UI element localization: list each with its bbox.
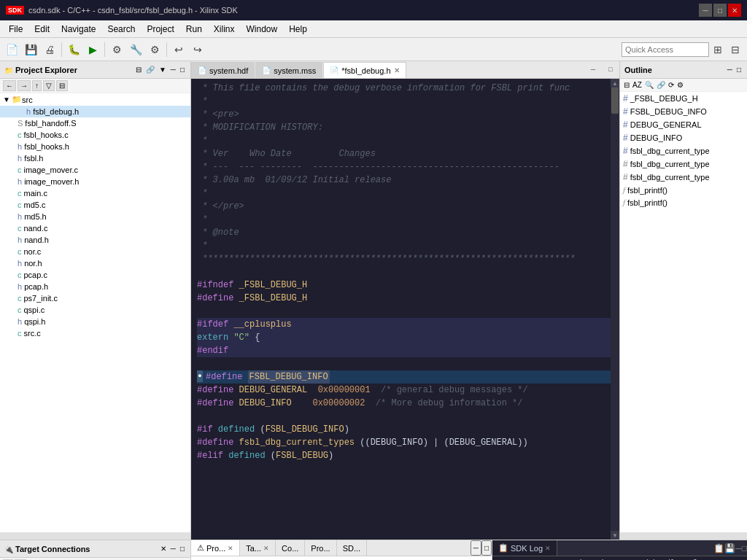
tree-item-nand-h[interactable]: h nand.h [0, 234, 190, 246]
tree-item-qspi-h[interactable]: h qspi.h [0, 316, 190, 327]
target-button[interactable]: ⚙ [108, 41, 125, 58]
save-button[interactable]: 💾 [22, 41, 39, 58]
tree-item-image-mover-h[interactable]: h image_mover.h [0, 176, 190, 187]
outline-minimize-icon[interactable]: ─ [726, 65, 734, 74]
bottom-tab-tasks[interactable]: Ta... ✕ [240, 540, 276, 556]
open-perspective-button[interactable]: ⊞ [709, 41, 727, 58]
outline-scroll-h[interactable] [620, 532, 747, 540]
outline-sort-btn[interactable]: AZ [632, 80, 643, 90]
up-btn[interactable]: ↑ [32, 80, 42, 91]
sdk-log-maximize-btn[interactable]: □ [742, 540, 747, 556]
menu-navigate[interactable]: Navigate [55, 23, 101, 36]
sdk-log-save-btn[interactable]: 💾 [724, 540, 735, 556]
menu-help[interactable]: Help [283, 23, 313, 36]
target-minimize-icon[interactable]: ─ [169, 544, 177, 553]
collapse-all-icon[interactable]: ⊟ [134, 65, 143, 74]
maximize-button[interactable]: □ [713, 4, 727, 17]
vertical-scrollbar-thumb[interactable] [611, 85, 619, 114]
tree-item-nor-h[interactable]: h nor.h [0, 257, 190, 269]
tree-item-ps7-init[interactable]: c ps7_init.c [0, 292, 190, 304]
outline-item-fsbl-printf-1[interactable]: 𝑓 fsbl_printf() [620, 184, 747, 196]
tree-item-main-c[interactable]: c main.c [0, 187, 190, 199]
outline-item-fsbl-debug-h[interactable]: # _FSBL_DEBUG_H [620, 92, 747, 105]
scroll-up-btn[interactable]: ▲ [611, 79, 619, 88]
tree-item-nand-c[interactable]: c nand.c [0, 222, 190, 234]
debug-button[interactable]: 🐛 [65, 41, 82, 58]
view-menu-icon[interactable]: ▼ [158, 65, 168, 74]
tree-toggle-src[interactable]: ▼ [3, 96, 12, 104]
target-maximize-icon[interactable]: □ [179, 544, 186, 553]
tree-item-fsbl-hooks-h[interactable]: h fsbl_hooks.h [0, 141, 190, 152]
bottom-tab-properties[interactable]: Pro... [305, 540, 336, 556]
collapse-btn[interactable]: ⊟ [56, 80, 68, 91]
outline-item-dbg-current-1[interactable]: # fsbl_dbg_current_type [620, 144, 747, 158]
perspective-button[interactable]: ⊟ [727, 41, 744, 58]
tree-item-fsbl-hooks-c[interactable]: c fsbl_hooks.c [0, 129, 190, 141]
target-close-icon[interactable]: ✕ [159, 544, 168, 553]
bottom-tab-problems[interactable]: ⚠ Pro... ✕ [191, 540, 240, 556]
sdk-log-minimize-btn[interactable]: ─ [735, 540, 742, 556]
outline-filter-btn[interactable]: 🔍 [644, 80, 654, 90]
tab-system-hdf[interactable]: 📄 system.hdf [191, 62, 255, 78]
menu-run[interactable]: Run [180, 23, 208, 36]
outline-item-dbg-current-3[interactable]: # fsbl_dbg_current_type [620, 171, 747, 184]
new-button[interactable]: 📄 [3, 41, 20, 58]
minimize-button[interactable]: ─ [699, 4, 712, 17]
tree-item-nor-c[interactable]: c nor.c [0, 246, 190, 257]
tree-item-pcap-h[interactable]: h pcap.h [0, 281, 190, 292]
outline-item-debug-info[interactable]: # DEBUG_INFO [620, 131, 747, 144]
minimize-editor-btn[interactable]: ─ [584, 61, 602, 78]
outline-item-dbg-current-2[interactable]: # fsbl_dbg_current_type [620, 158, 747, 171]
scroll-down-btn[interactable]: ▼ [611, 531, 619, 540]
tab-close-icon[interactable]: ✕ [394, 66, 400, 74]
outline-maximize-icon[interactable]: □ [735, 65, 743, 74]
sdk-log-tab[interactable]: 📋 SDK Log ✕ [492, 540, 557, 556]
tab-system-mss[interactable]: 📄 system.mss [255, 62, 322, 78]
menu-xilinx[interactable]: Xilinx [208, 23, 241, 36]
link-editor-icon[interactable]: 🔗 [144, 65, 156, 74]
outline-item-fsbl-debug-info[interactable]: # FSBL_DEBUG_INFO [620, 105, 747, 118]
tasks-tab-close[interactable]: ✕ [263, 545, 269, 552]
bottom-center-maximize-btn[interactable]: □ [481, 540, 492, 556]
sdk-log-copy-btn[interactable]: 📋 [713, 540, 724, 556]
outline-item-fsbl-printf-2[interactable]: 𝑓 fsbl_printf() [620, 196, 747, 209]
outline-item-debug-general[interactable]: # DEBUG_GENERAL [620, 118, 747, 131]
filter-btn[interactable]: ▽ [43, 80, 55, 91]
sdk-log-close[interactable]: ✕ [545, 545, 551, 552]
outline-link-btn[interactable]: 🔗 [656, 80, 666, 90]
undo-button[interactable]: ↩ [170, 41, 187, 58]
code-editor[interactable]: ▲ ▼ * This file contains the debug verbo… [191, 79, 619, 540]
sdk-button[interactable]: 🔧 [127, 41, 144, 58]
bottom-tab-console[interactable]: Co... [276, 540, 305, 556]
left-scroll-h[interactable] [0, 532, 190, 540]
tree-item-pcap-c[interactable]: c pcap.c [0, 269, 190, 281]
tree-item-md5-h[interactable]: h md5.h [0, 211, 190, 222]
settings-button[interactable]: ⚙ [146, 41, 163, 58]
bottom-tab-search[interactable]: SD... [337, 540, 367, 556]
menu-file[interactable]: File [3, 23, 28, 36]
minimize-panel-icon[interactable]: ─ [169, 65, 177, 74]
back-btn[interactable]: ← [3, 80, 16, 91]
forward-btn[interactable]: → [18, 80, 31, 91]
tree-root-src[interactable]: ▼ 📁 src [0, 93, 190, 106]
redo-button[interactable]: ↪ [189, 41, 206, 58]
tab-fsbl-debug-h[interactable]: 📄 *fsbl_debug.h ✕ [323, 62, 406, 78]
tree-item-md5-c[interactable]: c md5.c [0, 199, 190, 211]
tree-item-fsbl-h[interactable]: h fsbl.h [0, 152, 190, 164]
outline-collapse-btn[interactable]: ⊟ [623, 80, 630, 90]
close-button[interactable]: ✕ [728, 4, 741, 17]
tree-item-fsbl-handoff[interactable]: S fsbl_handoff.S [0, 117, 190, 129]
tree-item-fsbl-debug-h[interactable]: h fsbl_debug.h [0, 106, 190, 117]
outline-sync-btn[interactable]: ⟳ [667, 80, 675, 90]
maximize-panel-icon[interactable]: □ [179, 65, 186, 74]
bottom-center-minimize-btn[interactable]: ─ [471, 540, 481, 556]
menu-window[interactable]: Window [241, 23, 284, 36]
tree-item-src-c[interactable]: c src.c [0, 327, 190, 339]
quick-access-input[interactable] [622, 42, 709, 57]
menu-search[interactable]: Search [101, 23, 141, 36]
menu-project[interactable]: Project [141, 23, 179, 36]
maximize-editor-btn[interactable]: □ [602, 61, 619, 78]
run-button[interactable]: ▶ [84, 41, 101, 58]
tree-item-image-mover-c[interactable]: c image_mover.c [0, 164, 190, 176]
problems-tab-close[interactable]: ✕ [228, 545, 233, 552]
